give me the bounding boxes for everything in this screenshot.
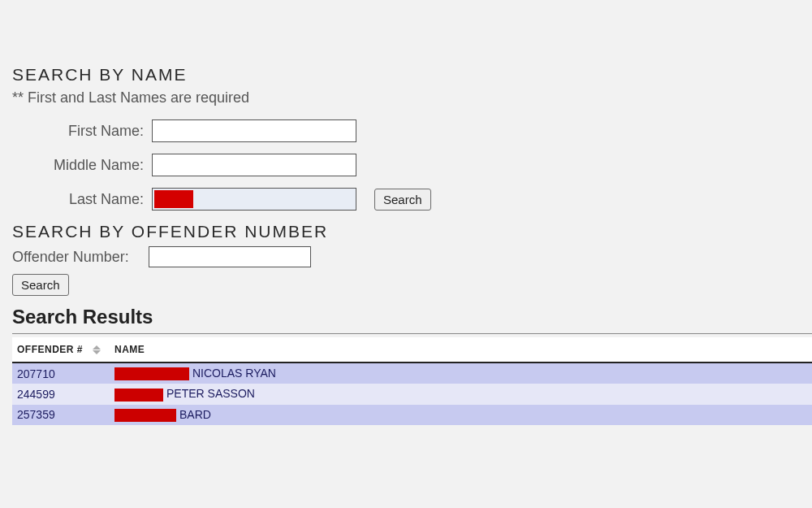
- last-name-input[interactable]: [152, 188, 356, 211]
- table-row[interactable]: 207710NICOLAS RYAN: [12, 363, 812, 384]
- column-header-offender[interactable]: OFFENDER #: [12, 337, 110, 363]
- sort-icon: [93, 345, 101, 354]
- name-text: NICOLAS RYAN: [192, 367, 276, 380]
- table-row[interactable]: 244599PETER SASSON: [12, 384, 812, 404]
- search-results-title: Search Results: [0, 306, 812, 328]
- redaction-block: [114, 409, 176, 422]
- name-cell: BARD: [110, 405, 812, 425]
- search-by-name-title: SEARCH BY NAME: [12, 65, 800, 85]
- name-cell: PETER SASSON: [110, 384, 812, 404]
- divider: [12, 333, 812, 334]
- offender-number-cell: 257359: [12, 405, 110, 425]
- redaction-block: [114, 367, 189, 380]
- offender-number-cell: 244599: [12, 384, 110, 404]
- first-name-label: First Name:: [12, 123, 152, 140]
- first-name-input[interactable]: [152, 119, 356, 142]
- search-by-name-button[interactable]: Search: [374, 189, 431, 211]
- middle-name-label: Middle Name:: [12, 157, 152, 174]
- name-text: PETER SASSON: [166, 387, 255, 400]
- middle-name-input[interactable]: [152, 154, 356, 176]
- search-by-name-note: ** First and Last Names are required: [12, 89, 800, 106]
- name-cell: NICOLAS RYAN: [110, 363, 812, 384]
- last-name-label: Last Name:: [12, 191, 152, 208]
- name-text: BARD: [179, 408, 211, 421]
- offender-number-input[interactable]: [149, 246, 311, 267]
- search-by-number-button[interactable]: Search: [12, 274, 69, 296]
- results-table: OFFENDER # NAME 207710NICOLAS RYAN244599…: [12, 337, 812, 425]
- redaction-block: [114, 389, 163, 402]
- column-header-name-label: NAME: [114, 344, 145, 355]
- offender-number-cell: 207710: [12, 363, 110, 384]
- offender-number-label: Offender Number:: [12, 249, 149, 266]
- table-row[interactable]: 257359BARD: [12, 405, 812, 425]
- column-header-offender-label: OFFENDER #: [17, 344, 83, 355]
- column-header-name[interactable]: NAME: [110, 337, 812, 363]
- search-by-offender-title: SEARCH BY OFFENDER NUMBER: [12, 222, 800, 241]
